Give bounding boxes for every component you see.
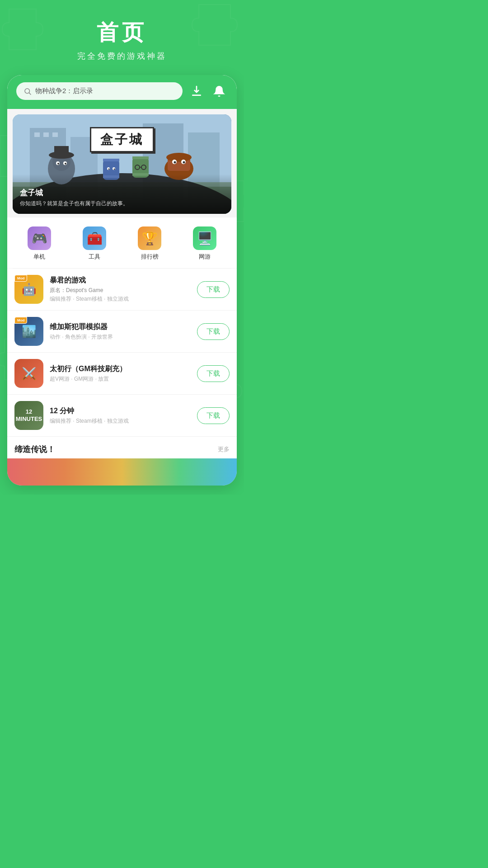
bottom-strip	[7, 458, 237, 486]
category-label-standalone: 单机	[33, 253, 45, 261]
game-info: 暴君的游戏 原名：Despot's Game 编辑推荐 · Steam移植 · …	[50, 276, 191, 303]
banner-game-desc: 你知道吗？就算是盒子也有属于自己的故事。	[20, 200, 224, 208]
page-title: 首页	[9, 18, 235, 47]
game-tags: 编辑推荐 · Steam移植 · 独立游戏	[50, 417, 191, 425]
svg-rect-8	[43, 132, 49, 137]
game-name: 暴君的游戏	[50, 276, 191, 285]
svg-point-40	[174, 161, 176, 164]
download-button[interactable]: 下载	[197, 323, 230, 340]
game-info: 12 分钟 编辑推荐 · Steam移植 · 独立游戏	[50, 406, 191, 425]
banner-sign: 盒子城	[90, 127, 154, 152]
search-bar: 物种战争2：启示录	[16, 82, 228, 100]
game-item[interactable]: 12MINUTES 12 分钟 编辑推荐 · Steam移植 · 独立游戏 下载	[7, 395, 237, 437]
category-icon-online: 🖥️	[193, 226, 216, 250]
game-tags: 编辑推荐 · Steam移植 · 独立游戏	[50, 295, 191, 303]
game-item[interactable]: 🏙️ Mod 维加斯犯罪模拟器 动作 · 角色扮演 · 开放世界 下载	[7, 311, 237, 353]
section-footer: 缔造传说！ 更多	[7, 437, 237, 458]
game-list: 🤖 Mod 暴君的游戏 原名：Despot's Game 编辑推荐 · Stea…	[7, 269, 237, 437]
category-online[interactable]: 🖥️ 网游	[193, 226, 216, 261]
game-name: 太初行（GM科技刷充）	[50, 364, 191, 374]
download-button[interactable]: 下载	[197, 365, 230, 382]
card-top-bar: 物种战争2：启示录	[7, 75, 237, 109]
svg-point-27	[108, 169, 110, 170]
category-icon-tools: 🧰	[83, 226, 106, 250]
game-orig: 原名：Despot's Game	[50, 287, 191, 294]
game-item[interactable]: ⚔️ 太初行（GM科技刷充） 超V网游 · GM网游 · 放置 下载	[7, 353, 237, 395]
bell-icon	[213, 85, 225, 97]
svg-rect-7	[34, 132, 40, 137]
section-title: 缔造传说！	[14, 444, 55, 455]
game-info: 太初行（GM科技刷充） 超V网游 · GM网游 · 放置	[50, 364, 191, 383]
svg-point-28	[114, 169, 115, 170]
banner-info: 盒子城 你知道吗？就算是盒子也有属于自己的故事。	[13, 174, 231, 214]
download-button[interactable]: 下载	[197, 407, 230, 424]
svg-line-1	[29, 93, 31, 94]
category-label-tools: 工具	[89, 253, 100, 261]
category-standalone[interactable]: 🎮 单机	[28, 226, 51, 261]
svg-rect-17	[54, 146, 69, 157]
game-name: 12 分钟	[50, 406, 191, 416]
svg-point-21	[65, 163, 66, 165]
category-rankings[interactable]: 🏆 排行榜	[138, 226, 161, 261]
search-placeholder-text: 物种战争2：启示录	[35, 87, 175, 95]
svg-point-37	[166, 153, 192, 162]
category-label-online: 网游	[199, 253, 211, 261]
game-item[interactable]: 🤖 Mod 暴君的游戏 原名：Despot's Game 编辑推荐 · Stea…	[7, 269, 237, 311]
game-tags: 超V网游 · GM网游 · 放置	[50, 375, 191, 383]
svg-point-20	[57, 163, 59, 165]
svg-rect-9	[52, 132, 58, 137]
search-input-wrap[interactable]: 物种战争2：启示录	[16, 82, 183, 100]
svg-point-0	[25, 89, 30, 94]
download-button[interactable]: 下载	[197, 281, 230, 298]
banner[interactable]: 盒子城 盒子城 你知道吗？就算是盒子也有属于自己的故事。	[13, 114, 231, 214]
category-tools[interactable]: 🧰 工具	[83, 226, 106, 261]
game-info: 维加斯犯罪模拟器 动作 · 角色扮演 · 开放世界	[50, 322, 191, 341]
banner-game-title: 盒子城	[20, 188, 224, 198]
download-button[interactable]	[188, 83, 205, 100]
section-more: 更多	[218, 445, 230, 453]
page-header: 首页 完全免费的游戏神器	[0, 0, 244, 71]
game-name: 维加斯犯罪模拟器	[50, 322, 191, 332]
svg-point-41	[183, 161, 185, 164]
notification-button[interactable]	[211, 83, 228, 100]
svg-rect-30	[132, 156, 149, 159]
phone-card: 物种战争2：启示录	[7, 75, 237, 486]
download-icon	[191, 85, 202, 97]
page-subtitle: 完全免费的游戏神器	[9, 51, 235, 61]
svg-rect-23	[103, 159, 119, 161]
search-icon	[23, 87, 32, 95]
category-icon-standalone: 🎮	[28, 226, 51, 250]
game-tags: 动作 · 角色扮演 · 开放世界	[50, 333, 191, 341]
categories-section: 🎮 单机 🧰 工具 🏆 排行榜 🖥️ 网游	[7, 217, 237, 268]
category-label-rankings: 排行榜	[141, 253, 159, 261]
category-icon-rankings: 🏆	[138, 226, 161, 250]
